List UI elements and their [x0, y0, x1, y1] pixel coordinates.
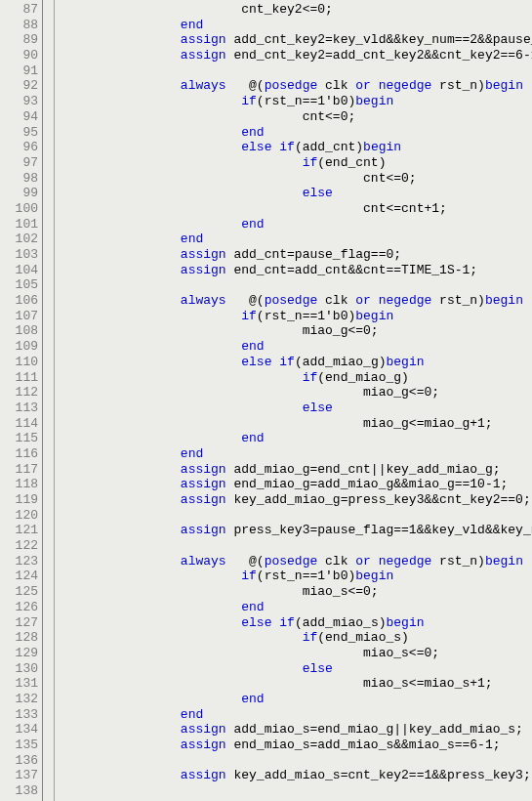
code-line[interactable]: [59, 753, 532, 769]
code-line[interactable]: miao_s<=0;: [59, 646, 532, 661]
code-line[interactable]: end: [59, 707, 532, 723]
code-line[interactable]: else: [59, 186, 532, 201]
code-line[interactable]: cnt<=cnt+1;: [59, 201, 532, 217]
code-line[interactable]: cnt_key2<=0;: [59, 2, 532, 18]
line-number: 127: [0, 615, 38, 631]
line-number: 101: [0, 217, 38, 232]
line-number: 100: [0, 201, 38, 217]
code-line[interactable]: assign add_miao_s=end_miao_g||key_add_mi…: [59, 722, 532, 738]
code-line[interactable]: always @(posedge clk or negedge rst_n)be…: [59, 293, 532, 309]
line-number: 93: [0, 94, 38, 109]
code-line[interactable]: if(end_miao_g): [59, 370, 532, 386]
code-line[interactable]: else: [59, 661, 532, 677]
line-number: 122: [0, 538, 38, 554]
line-number: 91: [0, 63, 38, 79]
line-number: 114: [0, 416, 38, 432]
line-number: 126: [0, 600, 38, 615]
line-number: 128: [0, 630, 38, 646]
code-line[interactable]: [59, 783, 532, 799]
line-number: 115: [0, 431, 38, 446]
line-number: 87: [0, 2, 38, 18]
line-number: 130: [0, 661, 38, 677]
code-line[interactable]: always @(posedge clk or negedge rst_n)be…: [59, 554, 532, 569]
line-number: 96: [0, 140, 38, 155]
line-number: 138: [0, 783, 38, 799]
code-line[interactable]: if(end_miao_s): [59, 630, 532, 646]
line-number: 135: [0, 738, 38, 753]
code-line[interactable]: end: [59, 232, 532, 247]
line-number: 95: [0, 125, 38, 141]
code-line[interactable]: assign add_cnt_key2=key_vld&&key_num==2&…: [59, 32, 532, 48]
code-line[interactable]: end: [59, 339, 532, 355]
line-number: 117: [0, 462, 38, 478]
code-line[interactable]: [59, 508, 532, 524]
line-number: 89: [0, 32, 38, 48]
code-line[interactable]: cnt<=0;: [59, 171, 532, 187]
code-line[interactable]: always @(posedge clk or negedge rst_n)be…: [59, 78, 532, 94]
code-line[interactable]: miao_s<=miao_s+1;: [59, 676, 532, 692]
line-number: 97: [0, 155, 38, 171]
code-line[interactable]: else if(add_miao_s)begin: [59, 615, 532, 631]
line-number: 103: [0, 247, 38, 263]
code-line[interactable]: end: [59, 217, 532, 232]
code-editor-area[interactable]: cnt_key2<=0; end assign add_cnt_key2=key…: [55, 0, 532, 801]
code-line[interactable]: else if(add_miao_g)begin: [59, 355, 532, 370]
code-line[interactable]: assign press_key3=pause_flag==1&&key_vld…: [59, 523, 532, 538]
code-line[interactable]: assign end_cnt_key2=add_cnt_key2&&cnt_ke…: [59, 48, 532, 63]
code-line[interactable]: if(rst_n==1'b0)begin: [59, 94, 532, 109]
line-number-gutter: 8788899091929394959697989910010110210310…: [0, 0, 43, 801]
line-number: 121: [0, 523, 38, 538]
line-number: 112: [0, 385, 38, 400]
code-line[interactable]: end: [59, 431, 532, 446]
code-line[interactable]: end: [59, 692, 532, 707]
code-line[interactable]: miao_g<=0;: [59, 323, 532, 339]
line-number: 113: [0, 400, 38, 416]
code-line[interactable]: miao_g<=0;: [59, 385, 532, 400]
line-number: 124: [0, 569, 38, 584]
line-number: 88: [0, 18, 38, 33]
code-line[interactable]: assign end_miao_s=add_miao_s&&miao_s==6-…: [59, 738, 532, 753]
code-line[interactable]: assign key_add_miao_g=press_key3&&cnt_ke…: [59, 492, 532, 508]
line-number: 120: [0, 508, 38, 524]
code-line[interactable]: assign key_add_miao_s=cnt_key2==1&&press…: [59, 768, 532, 783]
code-line[interactable]: [59, 63, 532, 79]
line-number: 102: [0, 232, 38, 247]
code-line[interactable]: end: [59, 18, 532, 33]
code-line[interactable]: end: [59, 446, 532, 462]
code-line[interactable]: [59, 538, 532, 554]
code-line[interactable]: cnt<=0;: [59, 109, 532, 125]
line-number: 129: [0, 646, 38, 661]
code-line[interactable]: miao_s<=0;: [59, 584, 532, 600]
line-number: 104: [0, 263, 38, 278]
fold-margin: [43, 0, 55, 801]
code-line[interactable]: [59, 277, 532, 293]
code-line[interactable]: if(rst_n==1'b0)begin: [59, 309, 532, 324]
code-line[interactable]: end: [59, 600, 532, 615]
line-number: 131: [0, 676, 38, 692]
code-line[interactable]: else: [59, 400, 532, 416]
line-number: 125: [0, 584, 38, 600]
line-number: 111: [0, 370, 38, 386]
code-line[interactable]: if(rst_n==1'b0)begin: [59, 569, 532, 584]
line-number: 94: [0, 109, 38, 125]
line-number: 90: [0, 48, 38, 63]
line-number: 106: [0, 293, 38, 309]
code-line[interactable]: assign add_cnt=pause_flag==0;: [59, 247, 532, 263]
line-number: 110: [0, 355, 38, 370]
code-line[interactable]: assign end_miao_g=add_miao_g&&miao_g==10…: [59, 477, 532, 492]
line-number: 133: [0, 707, 38, 723]
code-line[interactable]: miao_g<=miao_g+1;: [59, 416, 532, 432]
code-line[interactable]: end: [59, 125, 532, 141]
line-number: 108: [0, 323, 38, 339]
line-number: 92: [0, 78, 38, 94]
code-line[interactable]: else if(add_cnt)begin: [59, 140, 532, 155]
line-number: 132: [0, 692, 38, 707]
line-number: 119: [0, 492, 38, 508]
code-line[interactable]: if(end_cnt): [59, 155, 532, 171]
line-number: 134: [0, 722, 38, 738]
line-number: 99: [0, 186, 38, 201]
line-number: 137: [0, 768, 38, 783]
code-line[interactable]: assign add_miao_g=end_cnt||key_add_miao_…: [59, 462, 532, 478]
code-line[interactable]: assign end_cnt=add_cnt&&cnt==TIME_1S-1;: [59, 263, 532, 278]
line-number: 107: [0, 309, 38, 324]
